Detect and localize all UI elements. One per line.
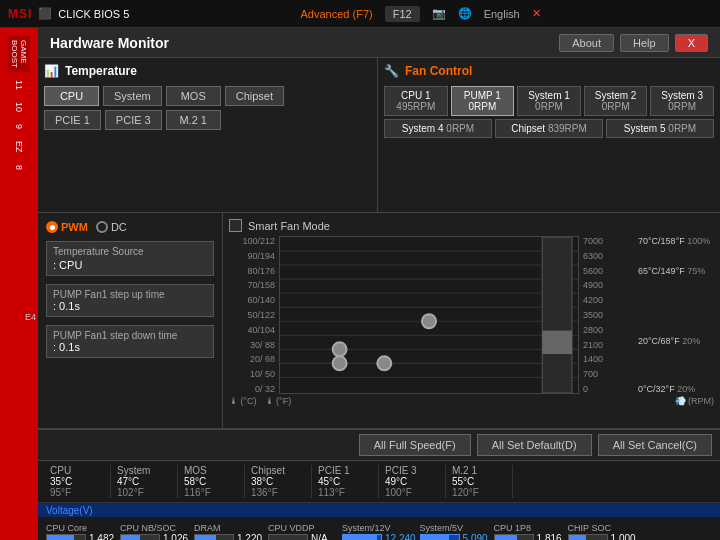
pwm-radio-inner: [50, 225, 55, 230]
temperature-header: 📊 Temperature: [44, 64, 371, 78]
svg-point-12: [333, 342, 347, 356]
temp-source-label: Temperature Source: [53, 246, 207, 257]
chart-footer-icons: 🌡 (°C) 🌡 (°F): [229, 396, 291, 406]
cpu-vddp-bar: [268, 534, 308, 540]
bios-name: ⬛: [38, 7, 52, 20]
svg-point-14: [333, 356, 347, 370]
controls-panel: PWM DC Temperature Source : CPU PUMP Fan…: [38, 213, 223, 428]
fan-item-system1[interactable]: System 1 0RPM: [517, 86, 581, 116]
temp-btn-chipset[interactable]: Chipset: [225, 86, 284, 106]
action-buttons: All Full Speed(F) All Set Default(D) All…: [38, 429, 720, 460]
temp-btn-m21[interactable]: M.2 1: [166, 110, 221, 130]
pump-step-down-label: PUMP Fan1 step down time: [53, 330, 207, 341]
f12-btn[interactable]: F12: [385, 6, 420, 22]
sidebar-item-ez[interactable]: EZ: [12, 137, 26, 157]
svg-rect-10: [542, 237, 572, 393]
voltage-dram: DRAM 1.220: [194, 523, 264, 541]
temp-btn-pcie3[interactable]: PCIE 3: [105, 110, 162, 130]
temperature-label: Temperature: [65, 64, 137, 78]
fan-item-pump1[interactable]: PUMP 1 0RPM: [451, 86, 515, 116]
sensor-row: CPU 35°C 95°F System 47°C 102°F MOS 58°C…: [38, 461, 720, 503]
pump-step-down-box[interactable]: PUMP Fan1 step down time : 0.1s: [46, 325, 214, 358]
fan-grid-row1: CPU 1 495RPM PUMP 1 0RPM System 1 0RPM: [384, 86, 714, 116]
voltage-system12v: System/12V 12.240: [342, 523, 416, 541]
pwm-radio[interactable]: PWM: [46, 221, 88, 233]
fan-control-label: Fan Control: [405, 64, 472, 78]
sensor-pcie1: PCIE 1 45°C 113°F: [314, 465, 379, 498]
temp-btn-pcie1[interactable]: PCIE 1: [44, 110, 101, 130]
cpu-core-bar: [46, 534, 86, 540]
celsius-icon: 🌡 (°C): [229, 396, 257, 406]
voltage-system5v: System/5V 5.090: [420, 523, 490, 541]
sidebar-item-11[interactable]: 11: [12, 76, 26, 94]
fan-item-system3[interactable]: System 3 0RPM: [650, 86, 714, 116]
fan-item-system4[interactable]: System 4 0RPM: [384, 119, 492, 138]
sidebar-item-10[interactable]: 10: [12, 98, 26, 116]
main-content: Hardware Monitor About Help X 📊 Temperat…: [38, 28, 720, 540]
temp-source-box[interactable]: Temperature Source : CPU: [46, 241, 214, 276]
sensor-pcie3: PCIE 3 49°C 100°F: [381, 465, 446, 498]
voltage-cpu-core: CPU Core 1.482: [46, 523, 116, 541]
fan-item-system2[interactable]: System 2 0RPM: [584, 86, 648, 116]
smart-fan-checkbox[interactable]: [229, 219, 242, 232]
about-button[interactable]: About: [559, 34, 614, 52]
sensor-m21: M.2 1 55°C 120°F: [448, 465, 513, 498]
temp-icon: 📊: [44, 64, 59, 78]
sidebar-item-e4[interactable]: E4: [23, 308, 38, 326]
dc-label: DC: [111, 221, 127, 233]
pump-step-up-box[interactable]: PUMP Fan1 step up time : 0.1s: [46, 284, 214, 317]
pwm-radio-circle: [46, 221, 58, 233]
chip-soc-bar: [568, 534, 608, 540]
middle-section: PWM DC Temperature Source : CPU PUMP Fan…: [38, 213, 720, 429]
system5v-bar: [420, 534, 460, 540]
temp-btn-cpu[interactable]: CPU: [44, 86, 99, 106]
voltage-label-bar: Voltage(V): [38, 503, 720, 517]
left-sidebar: GAMEBOOST 11 10 9 EZ 8 E4: [0, 28, 38, 540]
temp-buttons-row2: PCIE 1 PCIE 3 M.2 1: [44, 110, 371, 130]
chart-wrapper: 100/212 90/194 80/176 70/158 60/140 50/1…: [229, 236, 714, 394]
click-bios-label: CLICK BIOS 5: [58, 8, 129, 20]
close-button[interactable]: X: [675, 34, 708, 52]
svg-rect-11: [542, 331, 572, 354]
temp-buttons-row1: CPU System MOS Chipset: [44, 86, 371, 106]
y-axis-left: 100/212 90/194 80/176 70/158 60/140 50/1…: [229, 236, 279, 394]
y-axis-right: 7000 6300 5600 4900 4200 3500 2800 2100 …: [579, 236, 634, 394]
full-speed-button[interactable]: All Full Speed(F): [359, 434, 471, 456]
fan-item-chipset[interactable]: Chipset 839RPM: [495, 119, 603, 138]
advanced-mode-label[interactable]: Advanced (F7): [301, 8, 373, 20]
hw-monitor-window: Hardware Monitor About Help X 📊 Temperat…: [38, 28, 720, 540]
sidebar-item-9[interactable]: 9: [12, 120, 26, 133]
pump-step-up-value: : 0.1s: [53, 300, 207, 312]
pwm-label: PWM: [61, 221, 88, 233]
lang-icon: 🌐: [458, 7, 472, 20]
smart-fan-header: Smart Fan Mode: [229, 219, 714, 232]
fan-item-cpu1[interactable]: CPU 1 495RPM: [384, 86, 448, 116]
top-bar-left: MSI ⬛ CLICK BIOS 5: [8, 7, 129, 21]
right-labels: 70°C/158°F 100% 65°C/149°F 75% 20°C/68°F…: [634, 236, 714, 394]
fan-item-system5[interactable]: System 5 0RPM: [606, 119, 714, 138]
hw-titlebar: Hardware Monitor About Help X: [38, 28, 720, 58]
temp-source-value: : CPU: [53, 259, 207, 271]
language-label[interactable]: English: [484, 8, 520, 20]
dc-radio[interactable]: DC: [96, 221, 127, 233]
chart-grid[interactable]: [279, 236, 579, 394]
chart-footer: 🌡 (°C) 🌡 (°F) 💨 (RPM): [229, 396, 714, 406]
voltage-cpu1p8: CPU 1P8 1.816: [494, 523, 564, 541]
temp-btn-system[interactable]: System: [103, 86, 162, 106]
help-button[interactable]: Help: [620, 34, 669, 52]
fahrenheit-icon: 🌡 (°F): [265, 396, 292, 406]
fan-icon: 🔧: [384, 64, 399, 78]
fan-control-header: 🔧 Fan Control: [384, 64, 714, 78]
default-button[interactable]: All Set Default(D): [477, 434, 592, 456]
cpu-nb-bar: [120, 534, 160, 540]
fan-grid-row2: System 4 0RPM Chipset 839RPM System 5 0R…: [384, 119, 714, 138]
cpu1p8-bar: [494, 534, 534, 540]
temperature-panel: 📊 Temperature CPU System MOS Chipset PCI…: [38, 58, 378, 212]
pump-step-up-label: PUMP Fan1 step up time: [53, 289, 207, 300]
sidebar-item-8[interactable]: 8: [12, 161, 26, 174]
temp-btn-mos[interactable]: MOS: [166, 86, 221, 106]
cancel-button[interactable]: All Set Cancel(C): [598, 434, 712, 456]
sidebar-item-game[interactable]: GAMEBOOST: [8, 36, 30, 72]
close-icon[interactable]: ✕: [532, 7, 541, 20]
smart-fan-label: Smart Fan Mode: [248, 220, 330, 232]
